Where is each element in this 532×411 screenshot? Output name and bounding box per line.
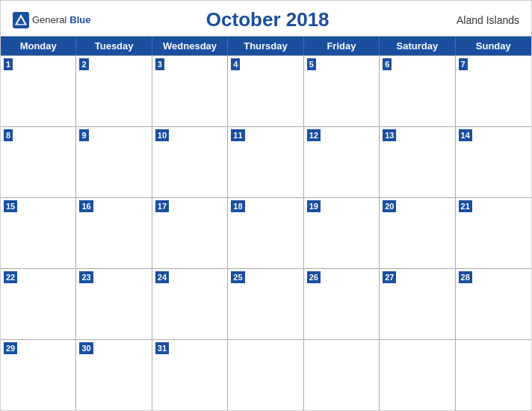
day-cell-11: 11 [228, 127, 303, 197]
day-number-9: 9 [79, 129, 88, 141]
day-headers-row: Monday Tuesday Wednesday Thursday Friday… [1, 37, 531, 55]
day-cell-20: 20 [380, 198, 455, 268]
day-cell-28: 28 [456, 269, 531, 339]
day-number-16: 16 [79, 200, 93, 212]
day-header-monday: Monday [1, 37, 76, 55]
day-header-thursday: Thursday [228, 37, 303, 55]
day-header-tuesday: Tuesday [76, 37, 152, 55]
day-cell-31: 31 [152, 340, 228, 410]
day-cell-4: 4 [228, 56, 303, 126]
day-header-saturday: Saturday [380, 37, 455, 55]
day-number-12: 12 [307, 129, 321, 141]
day-cell-18: 18 [228, 198, 303, 268]
day-cell-16: 16 [76, 198, 152, 268]
day-number-6: 6 [383, 58, 392, 70]
day-cell-19: 19 [304, 198, 380, 268]
day-number-20: 20 [383, 200, 396, 212]
day-number-24: 24 [155, 271, 169, 283]
week-row-3: 15161718192021 [1, 197, 531, 268]
day-number-22: 22 [4, 271, 17, 283]
day-header-sunday: Sunday [456, 37, 531, 55]
day-number-18: 18 [231, 200, 244, 212]
day-number-5: 5 [307, 58, 316, 70]
day-number-29: 29 [4, 342, 17, 354]
day-number-14: 14 [459, 129, 472, 141]
day-number-2: 2 [79, 58, 88, 70]
week-row-1: 1234567 [1, 55, 531, 126]
day-cell-26: 26 [304, 269, 380, 339]
day-header-friday: Friday [304, 37, 380, 55]
day-cell-3: 3 [152, 56, 228, 126]
calendar-container: General Blue October 2018 Aland Islands … [0, 0, 532, 411]
weeks-container: 1234567891011121314151617181920212223242… [1, 55, 531, 410]
week-row-5: 293031 [1, 339, 531, 410]
day-cell-14: 14 [456, 127, 531, 197]
day-number-10: 10 [155, 129, 169, 141]
day-number-25: 25 [231, 271, 244, 283]
logo-area: General Blue [13, 12, 90, 28]
day-number-11: 11 [231, 129, 244, 141]
day-cell-21: 21 [456, 198, 531, 268]
day-cell-empty-4-4 [304, 340, 380, 410]
day-number-17: 17 [155, 200, 169, 212]
logo-general-text: General [32, 14, 66, 25]
day-cell-6: 6 [380, 56, 455, 126]
day-cell-9: 9 [76, 127, 152, 197]
day-cell-empty-4-6 [456, 340, 531, 410]
calendar-grid: Monday Tuesday Wednesday Thursday Friday… [1, 36, 531, 410]
day-header-wednesday: Wednesday [152, 37, 228, 55]
day-cell-27: 27 [380, 269, 455, 339]
day-cell-10: 10 [152, 127, 228, 197]
calendar-title: October 2018 [90, 8, 445, 31]
day-number-19: 19 [307, 200, 321, 212]
day-number-8: 8 [4, 129, 13, 141]
day-number-21: 21 [459, 200, 472, 212]
day-number-4: 4 [231, 58, 240, 70]
day-cell-25: 25 [228, 269, 303, 339]
day-cell-29: 29 [1, 340, 76, 410]
day-number-31: 31 [155, 342, 169, 354]
day-cell-empty-4-5 [380, 340, 455, 410]
day-cell-24: 24 [152, 269, 228, 339]
day-number-3: 3 [155, 58, 164, 70]
day-number-7: 7 [459, 58, 468, 70]
day-cell-7: 7 [456, 56, 531, 126]
logo-blue-text: Blue [69, 14, 90, 25]
day-cell-15: 15 [1, 198, 76, 268]
day-cell-13: 13 [380, 127, 455, 197]
generalblue-logo-icon [13, 12, 29, 28]
day-number-27: 27 [383, 271, 396, 283]
day-cell-23: 23 [76, 269, 152, 339]
week-row-4: 22232425262728 [1, 268, 531, 339]
day-cell-empty-4-3 [228, 340, 303, 410]
day-number-28: 28 [459, 271, 472, 283]
day-number-13: 13 [383, 129, 396, 141]
day-cell-17: 17 [152, 198, 228, 268]
day-cell-1: 1 [1, 56, 76, 126]
calendar-header: General Blue October 2018 Aland Islands [1, 1, 531, 36]
day-number-15: 15 [4, 200, 17, 212]
day-number-30: 30 [79, 342, 93, 354]
week-row-2: 891011121314 [1, 126, 531, 197]
day-number-1: 1 [4, 58, 13, 70]
day-cell-22: 22 [1, 269, 76, 339]
day-cell-8: 8 [1, 127, 76, 197]
day-cell-5: 5 [304, 56, 380, 126]
region-label: Aland Islands [445, 14, 519, 26]
day-cell-12: 12 [304, 127, 380, 197]
day-cell-2: 2 [76, 56, 152, 126]
day-number-26: 26 [307, 271, 321, 283]
day-number-23: 23 [79, 271, 93, 283]
day-cell-30: 30 [76, 340, 152, 410]
